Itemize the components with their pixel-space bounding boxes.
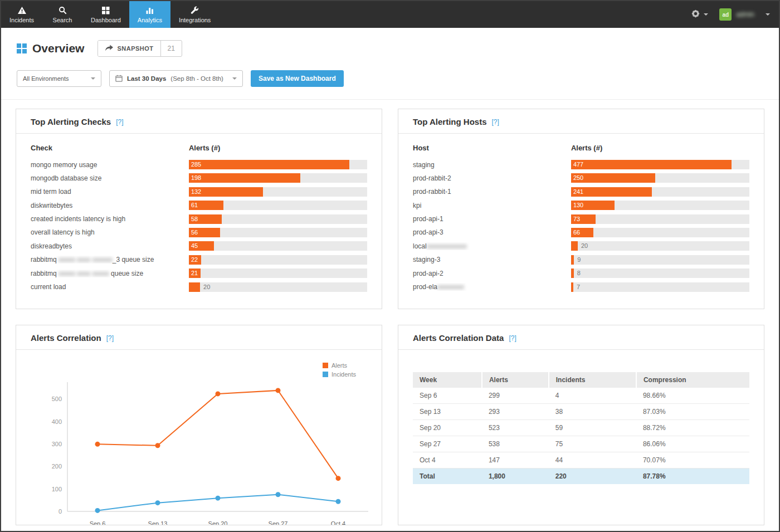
settings-menu[interactable] [691,9,708,21]
bar-track: 8 [571,269,749,278]
bar-row: prod-api-173 [413,214,749,224]
nav-tabs: Incidents Search Dashboard Analytics [1,1,219,28]
redacted-text: xxxxxxxxxxxx [427,242,467,250]
help-link[interactable]: [?] [116,118,123,126]
bar-track: 61 [189,201,367,210]
bar-value: 58 [189,214,198,224]
label-text: prod-rabbit-1 [413,188,451,196]
label-text: current load [31,283,66,291]
svg-text:100: 100 [52,486,62,492]
bar-value: 20 [203,282,210,292]
label-text: staging-3 [413,256,440,263]
table-header-cell: Alerts [482,372,549,388]
svg-text:Sep 27: Sep 27 [269,520,288,525]
bar-track: 198 [189,173,367,183]
bar-row: rabbitmq xxxxx xxxx xxxxx queue size21 [31,269,367,278]
bar-row: mongodb database size198 [31,173,367,183]
bar-track: 250 [571,173,749,183]
nav-tab-incidents[interactable]: Incidents [1,1,42,28]
table-total-row: Total1,80022087.78% [413,468,749,485]
chevron-down-icon[interactable] [766,13,770,16]
table-row: Sep 275387586.06% [413,436,749,452]
bar-value: 22 [189,255,198,265]
column-header: Check [31,144,189,152]
bar-fill: 132 [189,187,263,197]
table-cell: 87.03% [636,404,749,420]
bar-track: 285 [189,160,367,169]
nav-tab-search[interactable]: Search [42,1,82,28]
bar-fill [571,255,574,265]
bar-fill: 45 [189,241,214,251]
panel-title: Alerts Correlation [31,333,101,343]
chevron-down-icon [232,77,237,80]
bar-track: 9 [571,255,749,265]
bar-row-label: prod-rabbit-2 [413,174,571,182]
table-row: Sep 132933887.03% [413,404,749,420]
panel-header: Top Alerting Hosts [?] [398,109,764,134]
top-nav: Incidents Search Dashboard Analytics [1,1,779,28]
bar-track: 132 [189,187,367,197]
svg-text:Sep 13: Sep 13 [148,520,168,525]
legend-swatch [323,372,328,377]
bar-row-label: current load [31,283,189,291]
table-cell: Sep 6 [413,388,482,404]
bar-track: 20 [189,282,367,292]
bar-fill: 477 [571,160,732,169]
help-link[interactable]: [?] [509,334,516,342]
bar-fill: 130 [571,201,615,210]
table-cell: 523 [482,420,549,436]
bar-value: 241 [571,187,583,197]
bar-value: 132 [189,187,201,197]
bar-value: 20 [581,241,588,251]
legend-item: Alerts [323,362,356,369]
table-header-cell: Incidents [549,372,636,388]
bar-fill: 21 [189,269,201,278]
label-text: prod-api-2 [413,270,443,277]
bar-value: 8 [577,269,581,278]
bar-row: staging477 [413,160,749,169]
table-cell: Sep 20 [413,420,482,436]
date-range-select[interactable]: Last 30 Days (Sep 8th - Oct 8th) [109,70,243,87]
svg-text:300: 300 [52,441,62,447]
bar-row-label: kpi [413,202,571,209]
nav-tab-integrations[interactable]: Integrations [170,1,219,28]
nav-tab-label: Incidents [9,17,34,23]
bar-row-label: prod-api-2 [413,270,571,277]
bar-track: 20 [571,241,749,251]
user-menu[interactable]: ad admin [719,8,754,21]
bar-track: 21 [189,269,367,278]
table-cell: 88.72% [636,420,749,436]
column-header: Alerts (#) [189,144,220,152]
chevron-down-icon [91,77,95,80]
panel-alerts-correlation-data: Alerts Correlation Data [?] WeekAlertsIn… [398,325,764,525]
snapshot-group: SNAPSHOT 21 [98,40,182,57]
nav-tab-analytics[interactable]: Analytics [129,1,170,28]
environment-select[interactable]: All Environments [17,70,101,87]
save-dashboard-button[interactable]: Save as New Dashboard [251,70,344,87]
svg-text:200: 200 [52,463,62,470]
bar-track: 241 [571,187,749,197]
help-link[interactable]: [?] [106,334,114,342]
table-total-cell: 220 [549,468,636,485]
bar-row: overall latency is high56 [31,228,367,237]
bar-value: 61 [189,201,198,210]
nav-tab-label: Dashboard [91,17,121,23]
help-link[interactable]: [?] [492,118,499,126]
bar-value: 285 [189,160,201,169]
snapshot-button[interactable]: SNAPSHOT [98,41,160,56]
panel-header: Alerts Correlation Data [?] [398,325,764,350]
bar-row-label: localxxxxxxxxxxxx [413,242,571,250]
bar-value: 21 [189,269,198,278]
bar-value: 198 [189,173,201,183]
table-cell: 293 [482,404,549,420]
legend-swatch [323,363,328,368]
table-cell: 4 [549,388,636,404]
filter-bar: All Environments Last 30 Days (Sep 8th -… [1,57,779,100]
bar-track: 66 [571,228,749,237]
label-text: mongodb database size [31,174,101,182]
nav-tab-dashboard[interactable]: Dashboard [82,1,129,28]
bar-row-label: overall latency is high [31,228,189,236]
checks-bar-list: mongo memory usage285mongodb database si… [31,160,367,292]
svg-text:500: 500 [52,396,62,402]
bar-row: kpi130 [413,201,749,210]
